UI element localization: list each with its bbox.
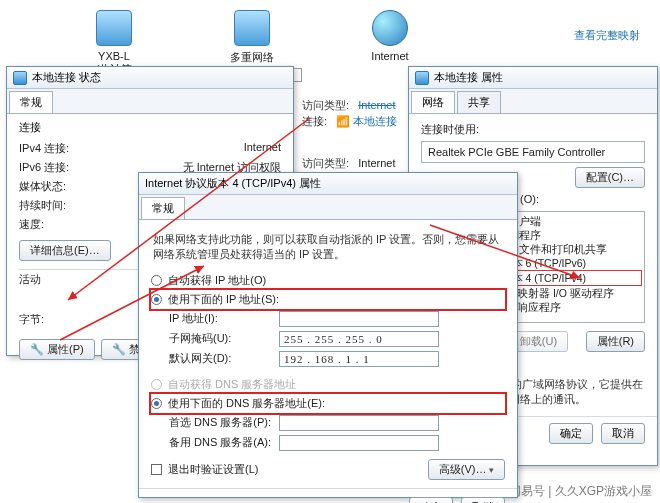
- titlebar[interactable]: Internet 协议版本 4 (TCP/IPv4) 属性: [139, 173, 517, 195]
- window-title: 本地连接 属性: [434, 70, 503, 85]
- connect-using-label: 连接时使用:: [421, 122, 645, 137]
- window-title: 本地连接 状态: [32, 70, 101, 85]
- access-type-value: Internet: [358, 157, 395, 169]
- view-full-map-link[interactable]: 查看完整映射: [574, 28, 640, 43]
- connections-label: 连接:: [302, 115, 327, 127]
- multi-label: 多重网络: [228, 50, 276, 65]
- internet-label: Internet: [366, 50, 414, 62]
- radio-icon: [151, 379, 162, 390]
- configure-button[interactable]: 配置(C)…: [575, 167, 645, 188]
- ip-input[interactable]: [279, 311, 439, 327]
- ipv4-value: Internet: [244, 141, 281, 156]
- network-icon: [234, 10, 270, 46]
- bytes-label: 字节:: [19, 312, 44, 327]
- local-connection-link[interactable]: 本地连接: [353, 115, 397, 127]
- speed-label: 速度:: [19, 217, 44, 232]
- tab-general[interactable]: 常规: [141, 197, 185, 219]
- nic-name: Realtek PCIe GBE Family Controller: [421, 141, 645, 163]
- section-connection-label: 连接: [7, 114, 293, 139]
- titlebar[interactable]: 本地连接 状态: [7, 67, 293, 89]
- media-label: 媒体状态:: [19, 179, 66, 194]
- window-title: Internet 协议版本 4 (TCP/IPv4) 属性: [145, 176, 321, 191]
- titlebar[interactable]: 本地连接 属性: [409, 67, 657, 89]
- ipv4-description: 如果网络支持此功能，则可以获取自动指派的 IP 设置。否则，您需要从网络系统管理…: [151, 228, 505, 271]
- nic-icon: [415, 71, 429, 85]
- radio-icon: [151, 398, 162, 409]
- pc-icon: [96, 10, 132, 46]
- ip-label: IP 地址(I):: [169, 311, 279, 326]
- tab-general[interactable]: 常规: [9, 91, 53, 113]
- duration-label: 持续时间:: [19, 198, 66, 213]
- radio-icon: [151, 294, 162, 305]
- mask-label: 子网掩码(U):: [169, 331, 279, 346]
- cancel-button[interactable]: 取消: [461, 497, 505, 503]
- ok-button[interactable]: 确定: [549, 423, 593, 444]
- window-ipv4-properties: Internet 协议版本 4 (TCP/IPv4) 属性 常规 如果网络支持此…: [138, 172, 518, 498]
- dns2-label: 备用 DNS 服务器(A):: [169, 435, 279, 450]
- radio-auto-ip[interactable]: 自动获得 IP 地址(O): [151, 271, 505, 290]
- access-type-label: 访问类型:: [302, 99, 349, 111]
- ipv6-label: IPv6 连接:: [19, 160, 69, 175]
- tab-sharing[interactable]: 共享: [457, 91, 501, 113]
- tab-network[interactable]: 网络: [411, 91, 455, 113]
- gateway-input[interactable]: 192 . 168 . 1 . 1: [279, 351, 439, 367]
- radio-icon: [151, 275, 162, 286]
- validate-label: 退出时验证设置(L): [168, 462, 258, 477]
- nic-icon: [13, 71, 27, 85]
- radio-auto-dns: 自动获得 DNS 服务器地址: [151, 375, 505, 394]
- properties-button[interactable]: 🔧 属性(P): [19, 339, 95, 360]
- dns1-label: 首选 DNS 服务器(P):: [169, 415, 279, 430]
- access-type-value: Internet: [358, 99, 395, 111]
- ipv4-label: IPv4 连接:: [19, 141, 69, 156]
- gateway-label: 默认网关(D):: [169, 351, 279, 366]
- radio-use-dns[interactable]: 使用下面的 DNS 服务器地址(E):: [151, 394, 505, 413]
- globe-icon: [372, 10, 408, 46]
- dns1-input[interactable]: [279, 415, 439, 431]
- dns2-input[interactable]: [279, 435, 439, 451]
- access-type-label: 访问类型:: [302, 157, 349, 169]
- mask-input[interactable]: 255 . 255 . 255 . 0: [279, 331, 439, 347]
- pc-name: YXB-L: [90, 50, 138, 62]
- netmap-internet[interactable]: Internet: [366, 10, 414, 92]
- details-button[interactable]: 详细信息(E)…: [19, 240, 111, 261]
- cancel-button[interactable]: 取消: [601, 423, 645, 444]
- radio-use-ip[interactable]: 使用下面的 IP 地址(S):: [151, 290, 505, 309]
- ok-button[interactable]: 确定: [409, 497, 453, 503]
- validate-checkbox[interactable]: [151, 464, 162, 475]
- advanced-button[interactable]: 高级(V)…: [428, 459, 505, 480]
- item-properties-button[interactable]: 属性(R): [586, 331, 645, 352]
